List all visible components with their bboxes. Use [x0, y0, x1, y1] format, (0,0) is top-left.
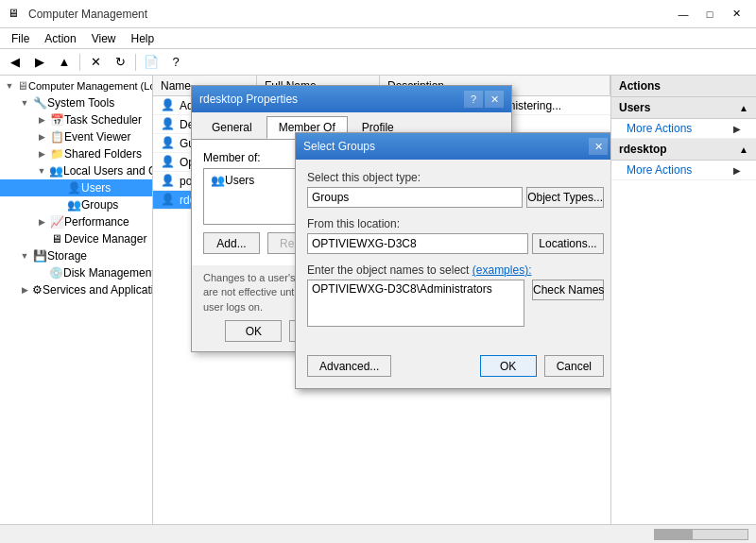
tree-disk-mgmt[interactable]: ▶ 💿 Disk Management [0, 264, 152, 281]
tree-expand-lug: ▼ [34, 163, 49, 178]
toolbar-up[interactable]: ▲ [53, 52, 76, 73]
disk-icon: 💿 [49, 265, 63, 280]
window-controls: — □ ✕ [671, 5, 748, 24]
tree-groups[interactable]: ▶ 👥 Groups [0, 196, 152, 213]
minimize-button[interactable]: — [671, 5, 696, 24]
tree-expand-storage: ▼ [17, 248, 32, 263]
arrow-icon: ▶ [733, 124, 741, 134]
sg-ok-btn[interactable]: OK [480, 355, 537, 377]
dialog-close-btn[interactable]: ✕ [485, 91, 504, 108]
menu-bar: File Action View Help [0, 28, 756, 49]
tree-expand-event: ▶ [34, 129, 49, 144]
tree-local-users[interactable]: ▼ 👥 Local Users and Groups [0, 162, 152, 179]
sg-check-names-btn[interactable]: Check Names [532, 280, 604, 300]
sg-location-section: From this location: Locations... [307, 217, 604, 254]
close-button[interactable]: ✕ [724, 5, 748, 24]
sg-locations-btn[interactable]: Locations... [532, 233, 604, 254]
tree-expand-shared: ▶ [34, 146, 49, 161]
sg-names-textarea[interactable]: OPTIVIEWXG-D3C8\Administrators [307, 280, 524, 327]
ok-button[interactable]: OK [225, 320, 282, 342]
window-title: Computer Management [28, 8, 671, 21]
group-list-icon: 👥 [210, 173, 225, 188]
tree-device-label: Device Manager [64, 232, 146, 246]
section-users-header[interactable]: Users ▲ [611, 97, 756, 119]
section-rdesktop-header[interactable]: rdesktop ▲ [611, 139, 756, 161]
tree-services[interactable]: ▶ ⚙ Services and Applications [0, 281, 152, 298]
menu-view[interactable]: View [84, 28, 124, 49]
menu-help[interactable]: Help [124, 28, 163, 49]
sg-body: Select this object type: Object Types...… [296, 160, 610, 348]
toolbar-help[interactable]: ? [164, 52, 187, 73]
sg-location-input[interactable] [307, 233, 528, 254]
sg-titlebar: Select Groups ✕ [296, 133, 610, 160]
more-actions-users[interactable]: More Actions ▶ [611, 119, 756, 139]
user-icon: 👤 [66, 180, 81, 195]
tree-groups-label: Groups [81, 198, 118, 212]
tree-task-scheduler[interactable]: ▶ 📅 Task Scheduler [0, 111, 152, 128]
tree-device-manager[interactable]: ▶ 🖥 Device Manager [0, 230, 152, 247]
menu-action[interactable]: Action [37, 28, 83, 49]
computer-icon: 🖥 [17, 78, 28, 93]
storage-icon: 💾 [32, 248, 47, 263]
content-area: Name Full Name Description 👤 Administrat… [153, 76, 610, 524]
sg-object-type-input[interactable] [307, 187, 523, 208]
sg-advanced-btn[interactable]: Advanced... [307, 355, 391, 377]
tree-storage[interactable]: ▼ 💾 Storage [0, 247, 152, 264]
tab-general[interactable]: General [199, 116, 265, 139]
sg-enter-names-label: Enter the object names to select (exampl… [307, 263, 604, 277]
users-group-icon: 👥 [49, 163, 63, 178]
toolbar-stop[interactable]: ✕ [84, 52, 107, 73]
sg-title: Select Groups [303, 140, 589, 153]
event-icon: 📋 [49, 129, 64, 144]
tree-disk-label: Disk Management [63, 266, 153, 280]
tree-root-label: Computer Management (Local [28, 80, 153, 92]
dialog-title-controls: ? ✕ [464, 91, 504, 108]
dialog-help-btn[interactable]: ? [464, 91, 483, 108]
sg-names-row: OPTIVIEWXG-D3C8\Administrators Check Nam… [307, 280, 604, 327]
sg-cancel-btn[interactable]: Cancel [544, 355, 604, 377]
toolbar-back[interactable]: ◀ [4, 52, 26, 73]
sg-close-btn[interactable]: ✕ [589, 138, 608, 155]
modal-overlay: rdesktop Properties ? ✕ General Member O… [153, 76, 610, 524]
tree-users[interactable]: ▶ 👤 Users [0, 179, 152, 196]
actions-title: Actions [619, 79, 661, 93]
chevron-rdesktop: ▲ [739, 144, 748, 155]
tree-expand-task: ▶ [34, 112, 49, 127]
menu-file[interactable]: File [4, 28, 37, 49]
tree-users-label: Users [81, 181, 111, 195]
toolbar-export[interactable]: 📄 [140, 52, 163, 73]
tree-root[interactable]: ▼ 🖥 Computer Management (Local [0, 77, 152, 94]
sg-examples-link[interactable]: (examples): [472, 263, 532, 277]
scroll-indicator[interactable] [654, 529, 748, 540]
sg-location-label: From this location: [307, 217, 604, 230]
more-actions-rdesktop[interactable]: More Actions ▶ [611, 161, 756, 180]
tree-task-label: Task Scheduler [64, 113, 142, 127]
toolbar-forward[interactable]: ▶ [28, 52, 51, 73]
toolbar: ◀ ▶ ▲ ✕ ↻ 📄 ? [0, 49, 756, 76]
tree-lug-label: Local Users and Groups [63, 164, 153, 178]
toolbar-refresh[interactable]: ↻ [109, 52, 131, 73]
left-panel: ▼ 🖥 Computer Management (Local ▼ 🔧 Syste… [0, 76, 153, 524]
add-button[interactable]: Add... [203, 232, 260, 254]
tree-shared-folders[interactable]: ▶ 📁 Shared Folders [0, 145, 152, 162]
tree-performance[interactable]: ▶ 📈 Performance [0, 213, 152, 230]
sg-object-type-label: Select this object type: [307, 171, 604, 184]
maximize-button[interactable]: □ [697, 5, 722, 24]
sg-names-section: Enter the object names to select (exampl… [307, 263, 604, 327]
title-bar: 🖥 Computer Management — □ ✕ [0, 0, 756, 28]
tree-perf-label: Performance [64, 215, 129, 229]
groups-icon: 👥 [66, 197, 81, 212]
perf-icon: 📈 [49, 214, 64, 229]
tree-system-tools[interactable]: ▼ 🔧 System Tools [0, 94, 152, 111]
tools-icon: 🔧 [32, 95, 47, 110]
task-icon: 📅 [49, 112, 64, 127]
tree-services-label: Services and Applications [43, 283, 153, 297]
sg-object-type-row: Object Types... [307, 187, 604, 208]
main-layout: ▼ 🖥 Computer Management (Local ▼ 🔧 Syste… [0, 76, 756, 524]
tree-event-viewer[interactable]: ▶ 📋 Event Viewer [0, 128, 152, 145]
sg-object-type-section: Select this object type: Object Types... [307, 171, 604, 208]
sg-footer-right: OK Cancel [480, 355, 604, 377]
status-bar [0, 524, 756, 543]
tree-system-label: System Tools [47, 96, 114, 110]
sg-object-types-btn[interactable]: Object Types... [526, 187, 604, 208]
